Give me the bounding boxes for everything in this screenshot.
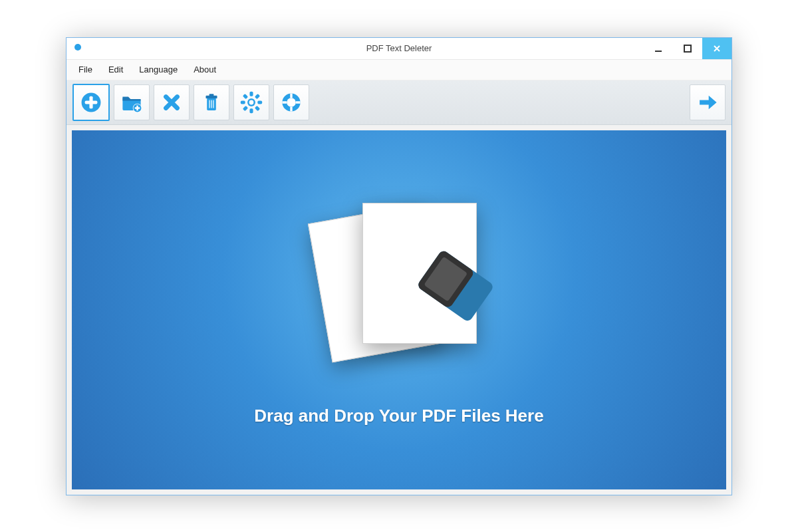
close-icon: [713, 45, 721, 53]
svg-rect-13: [209, 100, 210, 108]
maximize-button[interactable]: [673, 38, 702, 59]
folder-plus-icon: [120, 91, 143, 114]
plus-icon: [80, 91, 102, 114]
svg-rect-24: [255, 105, 260, 110]
minimize-icon: [654, 45, 662, 53]
add-file-button[interactable]: [72, 84, 110, 121]
svg-point-0: [74, 44, 81, 51]
svg-rect-22: [243, 105, 248, 110]
svg-rect-1: [655, 51, 662, 52]
remove-button[interactable]: [154, 84, 190, 120]
svg-point-27: [287, 98, 296, 107]
arrow-right-icon: [696, 91, 719, 114]
app-icon: [73, 43, 82, 54]
menu-language[interactable]: Language: [131, 62, 186, 77]
close-button[interactable]: [702, 38, 732, 59]
svg-point-25: [249, 100, 254, 104]
svg-rect-20: [257, 100, 262, 104]
svg-rect-9: [135, 107, 140, 109]
window-title: PDF Text Deleter: [66, 43, 732, 53]
help-button[interactable]: [273, 84, 309, 120]
svg-rect-5: [85, 100, 98, 104]
trash-icon: [200, 91, 223, 114]
svg-rect-17: [249, 91, 253, 96]
eraser-icon: [409, 239, 502, 332]
svg-rect-21: [255, 93, 260, 98]
minimize-button[interactable]: [644, 38, 673, 59]
drop-message: Drag and Drop Your PDF Files Here: [254, 406, 543, 426]
menu-file[interactable]: File: [70, 62, 100, 77]
drop-area[interactable]: Drag and Drop Your PDF Files Here: [72, 130, 726, 489]
svg-rect-12: [209, 94, 214, 96]
svg-rect-18: [249, 108, 253, 113]
add-folder-button[interactable]: [114, 84, 150, 120]
svg-rect-14: [211, 100, 212, 108]
x-icon: [160, 91, 183, 114]
app-window: PDF Text Deleter File Edit Language Abou…: [66, 37, 732, 495]
maximize-icon: [684, 45, 692, 53]
svg-rect-23: [243, 93, 248, 98]
run-button[interactable]: [690, 84, 726, 120]
svg-rect-19: [241, 100, 245, 104]
svg-rect-15: [213, 100, 214, 108]
menu-about[interactable]: About: [186, 62, 224, 77]
lifering-icon: [280, 91, 303, 114]
drop-illustration: [299, 193, 499, 366]
settings-button[interactable]: [233, 84, 269, 120]
title-bar: PDF Text Deleter: [66, 38, 732, 60]
toolbar: [66, 80, 732, 125]
window-controls: [644, 38, 732, 59]
svg-rect-2: [684, 45, 691, 52]
menu-edit[interactable]: Edit: [100, 62, 131, 77]
gear-icon: [240, 91, 263, 114]
clear-all-button[interactable]: [194, 84, 229, 120]
menu-bar: File Edit Language About: [66, 60, 732, 80]
